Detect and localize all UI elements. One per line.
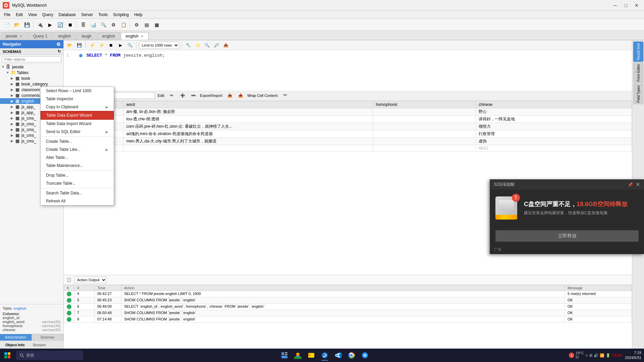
menu-view[interactable]: View: [25, 12, 40, 18]
tree-tables[interactable]: ▼ 📁 Tables: [0, 70, 63, 75]
sql-btn-export[interactable]: 📤: [222, 41, 230, 49]
wrap-btn[interactable]: ⌤: [281, 92, 289, 100]
ctx-export-wizard[interactable]: Table Data Export Wizard: [41, 111, 114, 120]
toolbar-refresh[interactable]: 🔄: [55, 20, 65, 29]
taskbar-expand-icon[interactable]: ∧: [585, 353, 588, 358]
sql-btn-stop[interactable]: ⏹: [107, 41, 115, 49]
ctx-select-rows[interactable]: Select Rows – Limit 1000: [41, 87, 114, 95]
menu-server[interactable]: Server: [78, 12, 96, 18]
tree-jeesite[interactable]: ▼ 🗄 jeesite: [0, 64, 63, 70]
taskbar-app-misc[interactable]: [359, 349, 371, 361]
sql-btn-run-script[interactable]: ▶: [116, 41, 124, 49]
edit-btn-delete[interactable]: ➖: [189, 92, 197, 100]
toolbar-extra[interactable]: 📋: [119, 20, 128, 29]
sql-btn-inspect[interactable]: 🔎: [212, 41, 220, 49]
menu-file[interactable]: File: [1, 12, 13, 18]
limit-select[interactable]: Limit to 1000 rows Limit to 200 rows Don…: [139, 42, 179, 49]
sql-btn-save[interactable]: 💾: [75, 41, 83, 49]
taskbar-search-box[interactable]: 搜索: [16, 351, 83, 360]
toolbar-settings[interactable]: ⚙: [132, 20, 141, 29]
output-area[interactable]: # # Time Action Message 4 06:42:27 SELE: [64, 285, 632, 349]
tab-query1[interactable]: Query 1: [28, 32, 53, 40]
ctx-alter-table[interactable]: Alter Table...: [41, 154, 114, 162]
taskbar-app-vscode[interactable]: [332, 349, 344, 361]
ctx-import-wizard[interactable]: Table Data Import Wizard: [41, 120, 114, 128]
menu-database[interactable]: Database: [56, 12, 78, 18]
notif-pin-icon[interactable]: 📌: [628, 182, 633, 187]
edit-btn-add[interactable]: ➕: [178, 92, 186, 100]
sql-btn-execute-line[interactable]: ⚡: [98, 41, 106, 49]
taskbar-sound-icon[interactable]: 🔊: [594, 353, 598, 358]
taskbar-clock[interactable]: 7:19 2024/5/31: [625, 350, 644, 361]
code-editor[interactable]: 1 SELECT * FROM jeesite.english;: [64, 50, 632, 90]
menu-help[interactable]: Help: [131, 12, 145, 18]
ctx-table-inspector[interactable]: Table Inspector: [41, 95, 114, 103]
ctx-create-table[interactable]: Create Table...: [41, 137, 114, 145]
tab-laugh[interactable]: laugh: [76, 32, 96, 40]
taskbar-app-chrome[interactable]: [345, 349, 358, 361]
toolbar-table[interactable]: 📊: [89, 20, 98, 29]
tab-english3[interactable]: english ✕: [121, 32, 149, 40]
taskbar-wifi-icon[interactable]: 📶: [600, 353, 604, 358]
notif-release-btn[interactable]: 立即释放: [495, 230, 639, 242]
taskbar-app-widgets[interactable]: [278, 349, 290, 361]
toolbar-new[interactable]: 📄: [2, 20, 11, 29]
ctx-table-maintenance[interactable]: Table Maintenance...: [41, 162, 114, 170]
toolbar-run[interactable]: ▶: [45, 20, 55, 29]
output-select[interactable]: Action Output: [74, 277, 107, 283]
toolbar-open[interactable]: 📂: [12, 20, 21, 29]
import-btn[interactable]: 📥: [236, 92, 245, 100]
ctx-refresh-all[interactable]: Refresh All: [41, 197, 114, 205]
sql-btn-open-folder[interactable]: 📂: [66, 41, 74, 49]
toolbar-layout1[interactable]: ▤: [142, 20, 151, 29]
right-panel-result-grid[interactable]: Result Grid: [633, 42, 643, 62]
edit-btn-pencil[interactable]: ✏: [168, 92, 176, 100]
menu-scripting[interactable]: Scripting: [110, 12, 131, 18]
maximize-button[interactable]: □: [621, 2, 631, 9]
notif-close-button[interactable]: ✕: [636, 181, 640, 188]
sql-btn-beautify[interactable]: ✨: [194, 41, 202, 49]
taskbar-app-beach[interactable]: [292, 349, 304, 361]
right-panel-field-types[interactable]: Field Types: [633, 84, 643, 104]
close-button[interactable]: ✕: [632, 2, 641, 9]
sql-btn-explain[interactable]: 🔍: [126, 41, 134, 49]
menu-edit[interactable]: Edit: [13, 12, 25, 18]
filter-input[interactable]: [2, 56, 61, 62]
minimize-button[interactable]: ─: [610, 2, 620, 9]
tab-jeesite[interactable]: jeesite ✕: [1, 32, 28, 40]
ctx-search-table[interactable]: Search Table Data...: [41, 189, 114, 197]
menu-tools[interactable]: Tools: [96, 12, 110, 18]
tab-english1[interactable]: english: [53, 32, 76, 40]
toolbar-layout2[interactable]: ▦: [152, 20, 161, 29]
export-btn[interactable]: 📤: [226, 92, 234, 100]
nav-tab-administration[interactable]: Administration: [0, 334, 32, 341]
menu-query[interactable]: Query: [40, 12, 56, 18]
sql-btn-calibrate[interactable]: 🔧: [184, 41, 192, 49]
tree-table-book-category[interactable]: ▶ ▦ book_category: [0, 81, 63, 87]
sql-btn-execute[interactable]: ⚡: [88, 41, 96, 49]
toolbar-search[interactable]: 🔍: [99, 20, 108, 29]
nav-tab-schemas[interactable]: Schemas: [32, 334, 64, 341]
right-panel-form-editor[interactable]: Form Editor: [633, 62, 643, 83]
tree-table-book[interactable]: ▶ ▦ book: [0, 75, 63, 81]
bottom-tab-session[interactable]: Session: [30, 342, 48, 348]
ctx-truncate-table[interactable]: Truncate Table...: [41, 179, 114, 187]
tab-english3-close[interactable]: ✕: [141, 34, 144, 39]
tab-english2[interactable]: english: [97, 32, 120, 40]
taskbar-start-button[interactable]: [0, 349, 15, 362]
ctx-copy-clipboard[interactable]: Copy to Clipboard ▶: [41, 103, 114, 111]
toolbar-tools2[interactable]: ⚙: [109, 20, 118, 29]
toolbar-connect[interactable]: 🔌: [35, 20, 45, 29]
toolbar-save[interactable]: 💾: [22, 20, 32, 29]
toolbar-stop[interactable]: ⏹: [65, 20, 75, 29]
toolbar-schema[interactable]: 🗄: [78, 20, 88, 29]
bottom-tab-object-info[interactable]: Object Info: [3, 342, 27, 348]
taskbar-app-edge[interactable]: [319, 349, 331, 361]
ctx-send-sql[interactable]: Send to SQL Editor ▶: [41, 128, 114, 136]
ctx-create-table-like[interactable]: Create Table Like... ▶: [41, 145, 114, 154]
schemas-refresh-icon[interactable]: ↻: [58, 49, 61, 54]
ctx-drop-table[interactable]: Drop Table...: [41, 171, 114, 179]
taskbar-app-files[interactable]: [305, 349, 317, 361]
tab-jeesite-close[interactable]: ✕: [19, 34, 22, 39]
sql-btn-search[interactable]: 🔍: [203, 41, 211, 49]
